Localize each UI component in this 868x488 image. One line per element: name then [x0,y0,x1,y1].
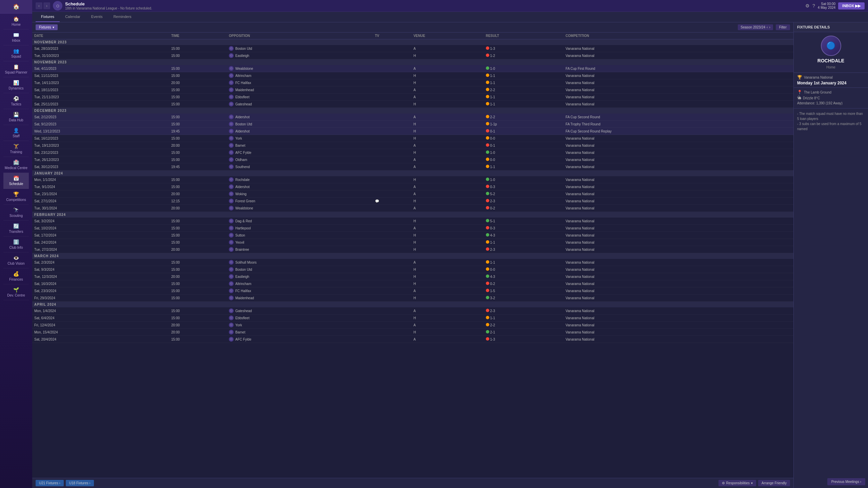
fixture-team: ⬡Maidenhead [227,294,373,302]
table-row[interactable]: Sat, 24/2/202415:00⬡YeovilH 1-1Vanarama … [32,239,793,246]
fixture-venue: H [411,218,484,225]
fixture-date: Sat, 9/3/2024 [32,266,169,273]
table-row[interactable]: Sat, 28/10/202315:00⬡Boston UtdA 1-3Vana… [32,45,793,52]
table-row[interactable]: Sat, 17/2/202415:00⬡SuttonH 4-3Vanarama … [32,232,793,239]
tab-calendar[interactable]: Calendar [60,12,86,22]
tab-fixtures[interactable]: Fixtures [36,12,60,22]
nav-back-button[interactable]: ‹ [36,2,42,9]
team-badge: ⬡ [229,80,234,85]
team-name: Ebbsfleet [235,316,250,320]
nav-forward-button[interactable]: › [43,2,50,9]
table-row[interactable]: Tue, 21/11/202315:00⬡EbbsfleetA 1-1Vanar… [32,94,793,101]
tab-events[interactable]: Events [86,12,108,22]
sidebar-item-training[interactable]: 🏋️ Training [3,141,29,157]
team-badge: ⬡ [229,308,234,313]
sidebar-item-dev-centre[interactable]: 🌱 Dev. Centre [3,284,29,300]
result-dot [486,115,489,118]
settings-icon[interactable]: ⚙ [805,3,810,8]
table-row[interactable]: Wed, 13/12/202319:45⬡AldershotH 0-1FA Cu… [32,128,793,135]
table-row[interactable]: Sat, 23/3/202415:00⬡FC HalifaxA 1-5Vanar… [32,287,793,294]
table-row[interactable]: Tue, 30/1/202420:00⬡WealdstoneA 0-2Vanar… [32,205,793,212]
team-badge: ⬡ [229,316,234,320]
table-row[interactable]: Sat, 25/11/202315:00⬡GatesheadH 1-1Vanar… [32,101,793,108]
table-row[interactable]: Tue, 26/12/202315:00⬡OldhamA 0-0Vanarama… [32,156,793,163]
sidebar-item-competitions[interactable]: 🏆 Competitions [3,189,29,205]
sidebar-item-inbox[interactable]: ✉️ Inbox [3,29,29,45]
table-row[interactable]: Sat, 11/11/202315:00⬡AltrinchamH 1-1Vana… [32,72,793,79]
tab-reminders[interactable]: Reminders [108,12,137,22]
table-row[interactable]: Sat, 10/2/202415:00⬡HartlepoolA 0-3Vanar… [32,225,793,232]
season-next-icon[interactable]: › [769,25,770,29]
fixture-time: 15:00 [169,336,227,343]
sidebar-item-tactics[interactable]: ⚽ Tactics [3,93,29,109]
sidebar-item-data-hub[interactable]: 💾 Data Hub [3,109,29,125]
fixture-team: ⬡Sutton [227,232,373,239]
help-icon[interactable]: ? [812,3,815,8]
team-name: Ebbsfleet [235,95,250,99]
result-dot [486,226,489,229]
filter-button[interactable]: Filter [776,24,790,30]
detail-team-name: ROCHDALE [817,58,844,63]
table-row[interactable]: Sat, 6/4/202415:00⬡EbbsfleetH 1-1Vanaram… [32,314,793,322]
table-row[interactable]: Tue, 23/1/202420:00⬡WokingA 5-2Vanarama … [32,190,793,198]
table-row[interactable]: Tue, 14/11/202320:00⬡FC HalifaxH 1-1Vana… [32,79,793,86]
table-row[interactable]: Sat, 16/12/202315:00⬡YorkH 0-0Vanarama N… [32,135,793,142]
table-row[interactable]: Mon, 1/1/202415:00⬡RochdaleH 1-0Vanarama… [32,176,793,183]
fixture-team: ⬡Woking [227,190,373,198]
responsibilities-button[interactable]: ⚙ Responsibilities ▾ [718,480,756,486]
table-row[interactable]: Sat, 2/3/202415:00⬡Solihull MoorsA 1-1Va… [32,259,793,266]
squad-planner-icon: 📋 [13,64,19,69]
sidebar-item-home[interactable]: 🏠 Home [3,14,29,29]
sidebar-item-club-vision[interactable]: 👁️ Club Vision [3,252,29,268]
season-prev-icon[interactable]: ‹ [767,25,768,29]
sidebar-home[interactable]: 🏠 [0,0,32,14]
table-row[interactable]: Sat, 23/12/202315:00⬡AFC FyldeH 1-0Vanar… [32,149,793,156]
u21-fixtures-button[interactable]: U21 Fixtures › [36,480,64,486]
table-row[interactable]: Sat, 3/2/202415:00⬡Dag & RedH 5-1Vanaram… [32,218,793,225]
table-row[interactable]: Sat, 18/11/202315:00⬡MaidenheadA 2-2Vana… [32,86,793,94]
sidebar-item-finances[interactable]: 💰 Finances [3,268,29,284]
detail-attendance: Attendance: 1,390 (192 Away) [797,101,843,105]
sidebar-item-dynamics[interactable]: 📊 Dynamics [3,77,29,93]
fixture-team: ⬡FC Halifax [227,287,373,294]
table-row[interactable]: Sat, 9/3/202415:00⬡Boston UtdH 0-0Vanara… [32,266,793,273]
sidebar-item-medical[interactable]: 🏥 Medical Centre [3,157,29,173]
fixture-tv [373,65,412,72]
season-selector[interactable]: Season 2023/24 ‹ › [738,24,773,30]
fixture-competition: Vanarama National [564,294,793,302]
fixture-tv [373,294,412,302]
competitions-icon: 🏆 [13,191,19,197]
sidebar-item-squad[interactable]: 👥 Squad [3,45,29,61]
table-row[interactable]: Tue, 31/10/202315:00⬡EastleighH 1-2Vanar… [32,52,793,59]
fixture-tv [373,94,412,101]
sidebar-item-schedule[interactable]: 📅 Schedule [3,173,29,189]
table-row[interactable]: Fri, 12/4/202420:00⬡YorkA 2-2Vanarama Na… [32,322,793,329]
table-row[interactable]: Tue, 27/2/202420:00⬡BraintreeH 2-3Vanara… [32,246,793,253]
sidebar-item-scouting[interactable]: 🔭 Scouting [3,205,29,221]
table-row[interactable]: Sat, 4/11/202315:00⬡WealdstoneA 1-0FA Cu… [32,65,793,72]
sidebar-item-staff[interactable]: 👤 Staff [3,125,29,141]
table-row[interactable]: Fri, 29/3/202415:00⬡MaidenheadH 3-2Vanar… [32,294,793,302]
sidebar-item-squad-planner[interactable]: 📋 Squad Planner [3,61,29,77]
table-row[interactable]: Sat, 20/4/202415:00⬡AFC FyldeA 1-3Vanara… [32,336,793,343]
table-row[interactable]: Sat, 27/1/202412:15⬡Forest Green💬H 2-3Va… [32,198,793,205]
table-row[interactable]: Mon, 15/4/202420:00⬡BarnetH 2-1Vanarama … [32,329,793,336]
sidebar-item-transfers[interactable]: 🔄 Transfers [3,221,29,237]
sidebar-item-club-info[interactable]: ℹ️ Club Info [3,237,29,252]
fixture-result: 1-1 [484,79,564,86]
table-row[interactable]: Tue, 9/1/202415:00⬡AldershotA 0-3Vanaram… [32,183,793,190]
inbox-button[interactable]: INBOX ▶▶ [838,2,865,9]
previous-meetings-button[interactable]: Previous Meetings › [827,478,865,485]
table-row[interactable]: Sat, 9/12/202315:00⬡Boston UtdH 1-1pFA T… [32,121,793,128]
u18-fixtures-button[interactable]: U18 Fixtures › [66,480,94,486]
fixture-tv [373,232,412,239]
table-row[interactable]: Tue, 12/3/202420:00⬡EastleighH 4-3Vanara… [32,273,793,280]
table-row[interactable]: Tue, 19/12/202320:00⬡BarnetA 0-1Vanarama… [32,142,793,149]
arrange-friendly-button[interactable]: Arrange Friendly [758,480,790,486]
table-row[interactable]: Sat, 2/12/202315:00⬡AldershotA 2-2FA Cup… [32,114,793,121]
table-row[interactable]: Mon, 1/4/202415:00⬡GatesheadA 2-3Vanaram… [32,307,793,314]
table-row[interactable]: Sat, 30/12/202319:45⬡SouthendA 1-1Vanara… [32,163,793,170]
table-header: DATETIMEOPPOSITIONTVVENUERESULTCOMPETITI… [32,33,793,39]
table-row[interactable]: Sat, 16/3/202415:00⬡AltrinchamH 0-2Vanar… [32,280,793,287]
fixtures-view-button[interactable]: Fixtures ▾ [36,24,58,30]
